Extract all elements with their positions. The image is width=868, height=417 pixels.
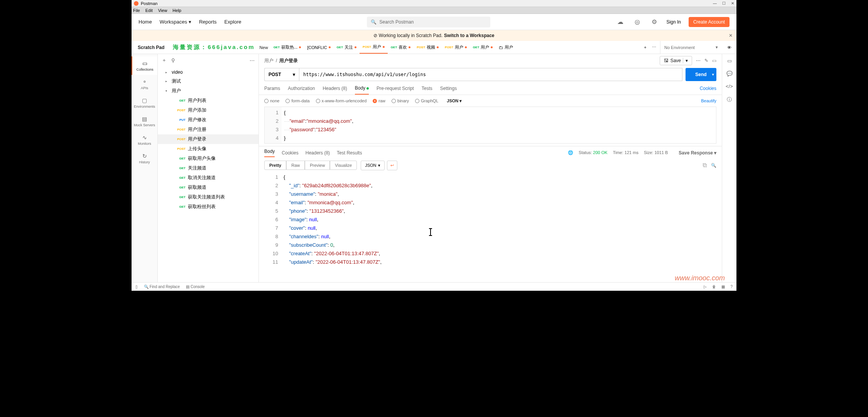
beautify-button[interactable]: Beautify xyxy=(701,98,716,103)
menu-edit[interactable]: Edit xyxy=(145,8,153,13)
tab-item[interactable]: GET用户 xyxy=(470,41,496,54)
edit-icon[interactable]: ✎ xyxy=(704,58,708,63)
send-button[interactable]: Send▾ xyxy=(686,68,716,81)
sync-icon[interactable]: ☁ xyxy=(616,17,625,27)
wrap-lines-icon[interactable]: ↩ xyxy=(387,161,397,170)
new-button[interactable]: New xyxy=(257,45,270,50)
sidebar-request-item[interactable]: GET获取用户头像 xyxy=(158,154,258,163)
menu-file[interactable]: File xyxy=(133,8,140,13)
sidebar-request-item[interactable]: GET获取频道 xyxy=(158,183,258,192)
add-tab-icon[interactable]: ＋ xyxy=(643,44,647,50)
resp-tab-headers[interactable]: Headers (8) xyxy=(306,150,330,156)
view-preview[interactable]: Preview xyxy=(305,161,330,170)
body-urlencoded[interactable]: x-www-form-urlencoded xyxy=(316,98,367,103)
console-button[interactable]: ▤ Console xyxy=(186,285,204,289)
nav-explore[interactable]: Explore xyxy=(225,19,241,25)
body-raw[interactable]: raw xyxy=(373,98,385,103)
more-icon[interactable]: ⋯ xyxy=(696,58,701,63)
sidebar-request-item[interactable]: GET取消关注频道 xyxy=(158,173,258,183)
sidebar-request-item[interactable]: GET获取关注频道列表 xyxy=(158,192,258,202)
minimize-icon[interactable]: — xyxy=(713,1,717,5)
banner-close-icon[interactable]: ✕ xyxy=(729,33,733,38)
tab-params[interactable]: Params xyxy=(264,83,280,94)
tab-item[interactable]: GET获取热... xyxy=(270,41,304,54)
rail-environments[interactable]: ▢Environments xyxy=(132,93,157,112)
tab-settings[interactable]: Settings xyxy=(440,83,457,94)
comment-icon[interactable]: ▭ xyxy=(712,58,716,63)
response-body-viewer[interactable]: 1234567891011 { "_id": "629ab24df820d628… xyxy=(264,171,716,282)
maximize-icon[interactable]: ☐ xyxy=(722,1,726,5)
rail-mock-servers[interactable]: ▤Mock Servers xyxy=(132,112,157,131)
more-tabs-icon[interactable]: ⋯ xyxy=(652,45,656,50)
tab-item[interactable]: POST视频 xyxy=(414,41,442,54)
create-account-button[interactable]: Create Account xyxy=(689,17,730,27)
body-formdata[interactable]: form-data xyxy=(285,98,309,103)
menu-help[interactable]: Help xyxy=(172,8,181,13)
body-binary[interactable]: binary xyxy=(392,98,409,103)
info-icon[interactable]: ⓘ xyxy=(727,96,732,103)
sidebar-request-item[interactable]: GET获取粉丝列表 xyxy=(158,202,258,212)
method-select[interactable]: POST▾ xyxy=(264,68,299,81)
nav-home[interactable]: Home xyxy=(138,19,152,25)
tab-authorization[interactable]: Authorization xyxy=(288,83,315,94)
menu-view[interactable]: View xyxy=(158,8,167,13)
rail-collections[interactable]: ▭Collections xyxy=(132,56,157,75)
search-input[interactable]: 🔍 Search Postman xyxy=(367,17,490,27)
rail-apis[interactable]: ⚬APIs xyxy=(132,75,157,93)
capture-icon[interactable]: ◎ xyxy=(633,17,642,27)
sidebar-request-item[interactable]: GET用户列表 xyxy=(158,96,258,105)
settings-icon[interactable]: ⚙ xyxy=(650,17,659,27)
sidebar-toggle-icon[interactable]: ▯ xyxy=(135,285,138,289)
tab-item[interactable]: 🗀用户 xyxy=(496,41,516,54)
trash-icon[interactable]: 🗑 xyxy=(712,285,716,289)
tab-headers[interactable]: Headers (8) xyxy=(323,83,347,94)
folder-video[interactable]: ▸video xyxy=(158,68,258,76)
find-replace-button[interactable]: 🔍 Find and Replace xyxy=(144,285,180,289)
sidebar-request-item[interactable]: PUT用户修改 xyxy=(158,115,258,125)
nav-reports[interactable]: Reports xyxy=(199,19,217,25)
env-quick-look-icon[interactable]: 👁 xyxy=(722,45,736,50)
copy-icon[interactable]: ⿻ xyxy=(703,163,707,168)
filter-icon[interactable]: ⚲ xyxy=(171,58,175,63)
help-icon[interactable]: ? xyxy=(730,285,733,289)
chevron-down-icon[interactable]: ▾ xyxy=(683,58,688,63)
resp-tab-testresults[interactable]: Test Results xyxy=(337,150,362,156)
more-icon[interactable]: ⋯ xyxy=(250,58,255,63)
network-icon[interactable]: 🌐 xyxy=(568,150,573,155)
sidebar-request-item[interactable]: POST用户登录 xyxy=(158,134,258,144)
tab-prerequest[interactable]: Pre-request Script xyxy=(377,83,414,94)
save-response-button[interactable]: Save Response▾ xyxy=(679,150,716,156)
view-raw[interactable]: Raw xyxy=(286,161,305,170)
chevron-down-icon[interactable]: ▾ xyxy=(712,73,714,76)
folder-test[interactable]: ▸测试 xyxy=(158,76,258,86)
tab-item-active[interactable]: POST用户 xyxy=(360,41,388,54)
url-input[interactable] xyxy=(299,68,682,81)
comments-icon[interactable]: 💬 xyxy=(726,71,733,76)
view-pretty[interactable]: Pretty xyxy=(264,161,286,170)
save-button[interactable]: 🖫Save▾ xyxy=(660,56,692,65)
view-visualize[interactable]: Visualize xyxy=(330,161,357,170)
tab-item[interactable]: [CONFLIC xyxy=(304,41,333,54)
tab-item[interactable]: GET喜欢 xyxy=(388,41,414,54)
sidebar-request-item[interactable]: POST用户注册 xyxy=(158,125,258,134)
resp-tab-cookies[interactable]: Cookies xyxy=(282,150,298,156)
switch-workspace-link[interactable]: Switch to a Workspace xyxy=(444,33,494,38)
close-icon[interactable]: ✕ xyxy=(731,1,734,5)
request-body-editor[interactable]: 1234 { ····"email":"mmonica@qq.com", ···… xyxy=(264,107,716,144)
resp-tab-body[interactable]: Body xyxy=(264,149,275,157)
rail-history[interactable]: ↻History xyxy=(132,149,157,168)
tab-item[interactable]: POST用户 xyxy=(442,41,470,54)
code-icon[interactable]: </> xyxy=(726,83,733,89)
folder-user[interactable]: ▾用户 xyxy=(158,86,258,96)
sidebar-request-item[interactable]: POST用户添加 xyxy=(158,105,258,115)
nav-workspaces[interactable]: Workspaces▾ xyxy=(160,19,191,25)
breadcrumb-parent[interactable]: 用户 xyxy=(264,58,274,64)
search-icon[interactable]: 🔍 xyxy=(711,163,716,168)
body-none[interactable]: none xyxy=(264,98,279,103)
sidebar-request-item[interactable]: GET关注频道 xyxy=(158,163,258,173)
body-format-select[interactable]: JSON▾ xyxy=(447,98,462,103)
docs-icon[interactable]: ▭ xyxy=(727,58,732,64)
resp-format-select[interactable]: JSON▾ xyxy=(361,161,384,170)
signin-button[interactable]: Sign In xyxy=(667,19,681,25)
runner-button[interactable]: ▷ xyxy=(704,285,707,289)
